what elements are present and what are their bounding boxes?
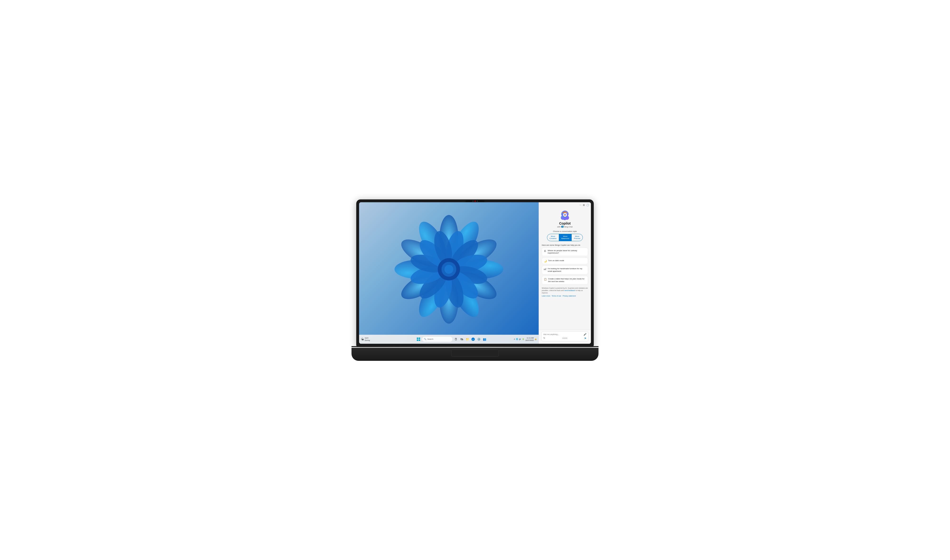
svg-rect-29 xyxy=(417,339,418,341)
taskbar-icon-teams[interactable]: 👥 xyxy=(482,337,487,342)
copilot-logo xyxy=(560,209,570,220)
laptop-hinge xyxy=(351,346,599,347)
notification-bell[interactable]: 🔔 xyxy=(534,338,537,340)
copilot-content: Copilot with b Bing Chat Choose a conver… xyxy=(539,208,591,330)
mic-icon[interactable]: 🎤 xyxy=(584,333,587,336)
terms-link[interactable]: Terms of use xyxy=(552,295,561,297)
dark-mode-icon: 🌙 xyxy=(544,260,547,262)
privacy-link[interactable]: Privacy statement xyxy=(563,295,576,297)
svg-rect-28 xyxy=(419,337,420,339)
webcam-lens xyxy=(474,201,476,202)
suggestion-culinary-text: Where do people travel for culinary expe… xyxy=(548,249,586,254)
clock-date: 10/27/2023 xyxy=(525,339,534,342)
refresh-icon[interactable]: ↻ xyxy=(544,337,545,339)
weather-temp: 78°F xyxy=(365,337,370,339)
suggestion-furniture-text: I'm looking for handmade furniture for m… xyxy=(548,268,586,272)
taskbar-icon-store[interactable]: 🛍 xyxy=(459,337,464,342)
style-balanced-button[interactable]: MoreBalanced xyxy=(559,234,571,241)
send-feedback-link[interactable]: send feedback xyxy=(564,289,575,291)
weather-condition: Sunny xyxy=(365,339,370,342)
new-chat-button[interactable]: ⊞ xyxy=(583,204,585,206)
tray-battery[interactable]: 🔋 xyxy=(522,338,524,340)
furniture-icon: 🛋 xyxy=(544,268,546,271)
suggestion-meals-text: Create a table that helps me plan meals … xyxy=(548,278,586,283)
copilot-subtitle: with b Bing Chat xyxy=(557,226,573,228)
disclaimer-links: Learn more Terms of use Privacy statemen… xyxy=(542,295,588,297)
more-options-button[interactable]: ··· xyxy=(579,204,581,206)
taskbar-icon-files[interactable]: 📁 xyxy=(465,337,470,342)
clock-time: 11:11 AM xyxy=(525,337,534,339)
meals-icon: 📋 xyxy=(544,278,547,281)
style-creative-button[interactable]: MoreCreative xyxy=(547,234,559,241)
weather-widget[interactable]: 🌤 78°F Sunny xyxy=(361,337,370,342)
suggestion-meals[interactable]: 📋 Create a table that helps me plan meal… xyxy=(542,276,588,285)
screen: 🌤 78°F Sunny xyxy=(359,202,591,344)
windows-flower-wallpaper xyxy=(387,205,511,329)
svg-rect-27 xyxy=(417,337,418,339)
suggestion-dark-mode[interactable]: 🌙 Turn on dark mode xyxy=(542,258,588,264)
svg-rect-30 xyxy=(419,339,420,341)
search-label: Search xyxy=(427,338,433,340)
webcam-bar xyxy=(465,200,485,202)
learn-more-link[interactable]: Learn more xyxy=(542,295,550,297)
tray-sound[interactable]: 🔊 xyxy=(519,338,521,340)
style-precise-button[interactable]: MorePrecise xyxy=(572,234,583,241)
copilot-disclaimer: Windows Copilot is powered by AI. Surpri… xyxy=(542,287,588,297)
chat-input-area[interactable]: 🎤 ↻ 0/4000 ➤ xyxy=(541,331,588,342)
char-count: 0/4000 xyxy=(562,337,567,339)
system-tray[interactable]: ∧ 🌐 🔊 🔋 xyxy=(514,338,524,340)
weather-icon: 🌤 xyxy=(361,338,364,341)
laptop-base xyxy=(351,348,599,361)
laptop: 🌤 78°F Sunny xyxy=(356,199,594,361)
desktop[interactable]: 🌤 78°F Sunny xyxy=(359,202,539,344)
bing-chat-label: Bing Chat xyxy=(564,226,573,228)
webcam-sensor xyxy=(477,201,478,202)
svg-point-26 xyxy=(444,265,453,274)
copilot-panel: ··· ⊞ 🕐 xyxy=(539,202,591,344)
taskbar-icon-widgets[interactable]: 🗒 xyxy=(454,337,458,342)
conversation-style-label: Choose a conversation style xyxy=(553,230,577,232)
suggestion-dark-mode-text: Turn on dark mode xyxy=(548,260,564,262)
copilot-footer: 🎤 ↻ 0/4000 ➤ xyxy=(539,330,591,344)
taskbar: 🌤 78°F Sunny xyxy=(359,335,539,344)
webcam-indicator xyxy=(473,201,474,202)
history-button[interactable]: 🕐 xyxy=(586,204,589,206)
svg-text:e: e xyxy=(473,338,474,341)
trackpad[interactable] xyxy=(451,350,499,357)
tray-network[interactable]: 🌐 xyxy=(516,338,518,340)
copilot-title: Copilot xyxy=(559,222,570,225)
start-button[interactable] xyxy=(416,337,421,342)
laptop-lid: 🌤 78°F Sunny xyxy=(356,199,594,346)
style-buttons: MoreCreative MoreBalanced MorePrecise xyxy=(547,234,583,241)
suggestion-culinary[interactable]: 🗓 Where do people travel for culinary ex… xyxy=(542,248,588,256)
send-button[interactable]: ➤ xyxy=(584,337,587,340)
taskbar-icon-settings[interactable]: ⚙️ xyxy=(476,337,481,342)
copilot-topbar: ··· ⊞ 🕐 xyxy=(539,202,591,208)
taskbar-icon-edge[interactable]: e xyxy=(471,337,476,342)
suggestions-label: Here are some things Copilot can help yo… xyxy=(542,244,588,246)
search-icon: 🔍 xyxy=(424,338,426,340)
chat-input[interactable] xyxy=(544,333,583,335)
taskbar-right: ∧ 🌐 🔊 🔋 11:11 AM 10/27/2023 🔔 xyxy=(514,337,537,341)
bing-badge: b xyxy=(561,226,564,228)
taskbar-left: 🌤 78°F Sunny xyxy=(361,337,390,342)
suggestion-furniture[interactable]: 🛋 I'm looking for handmade furniture for… xyxy=(542,266,588,274)
culinary-icon: 🗓 xyxy=(544,250,546,252)
bing-icon: b xyxy=(562,226,563,228)
subtitle-with: with xyxy=(557,226,560,228)
clock[interactable]: 11:11 AM 10/27/2023 xyxy=(525,337,534,341)
tray-arrow[interactable]: ∧ xyxy=(514,338,515,340)
taskbar-center: 🔍 Search 🗒 🛍 📁 e ⚙️ xyxy=(390,336,514,342)
taskbar-search[interactable]: 🔍 Search xyxy=(422,336,453,342)
